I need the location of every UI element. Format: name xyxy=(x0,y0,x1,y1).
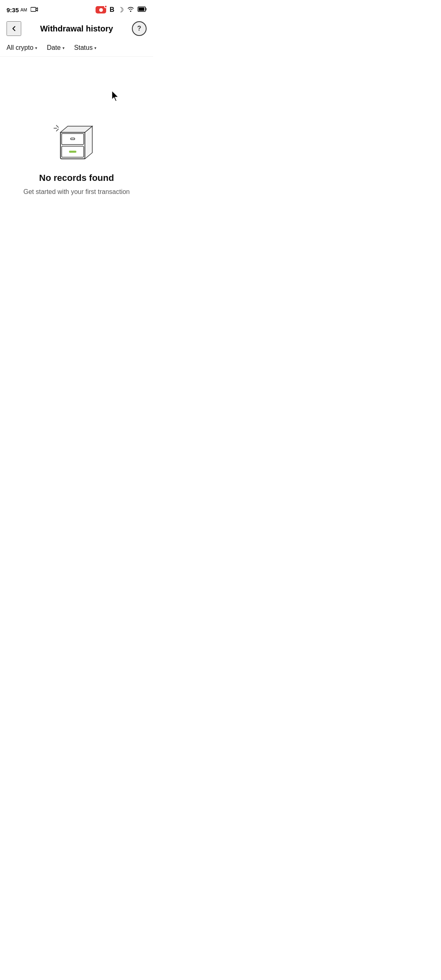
back-button[interactable] xyxy=(7,21,21,36)
wifi-icon xyxy=(127,6,134,13)
nav-header: Withdrawal history ? xyxy=(0,18,153,39)
chevron-down-icon: ▾ xyxy=(35,46,37,50)
filter-bar: All crypto ▾ Date ▾ Status ▾ xyxy=(0,39,153,57)
battery-icon xyxy=(138,6,147,13)
empty-subtitle: Get started with your first transaction xyxy=(23,187,130,196)
bluetooth-icon: B xyxy=(109,6,114,13)
empty-state: No records found Get started with your f… xyxy=(0,81,153,213)
svg-rect-0 xyxy=(31,7,36,11)
status-icons: B ☽ xyxy=(96,6,147,14)
record-icon xyxy=(96,6,106,13)
svg-rect-7 xyxy=(69,151,76,153)
chevron-down-icon: ▾ xyxy=(94,46,96,50)
chevron-down-icon: ▾ xyxy=(62,46,65,50)
filter-crypto-label: All crypto xyxy=(7,44,33,51)
filter-date-label: Date xyxy=(47,44,61,51)
filter-crypto[interactable]: All crypto ▾ xyxy=(7,44,37,51)
filter-date[interactable]: Date ▾ xyxy=(47,44,65,51)
empty-illustration xyxy=(48,114,105,163)
svg-rect-2 xyxy=(139,8,145,11)
filter-status-label: Status xyxy=(74,44,93,51)
status-bar: 9:35 AM B ☽ xyxy=(0,0,153,18)
time-display: 9:35 xyxy=(7,7,19,13)
empty-title: No records found xyxy=(39,173,114,183)
filter-status[interactable]: Status ▾ xyxy=(74,44,96,51)
svg-line-10 xyxy=(56,129,58,131)
camera-icon xyxy=(31,7,38,13)
svg-rect-5 xyxy=(71,138,75,140)
page-title: Withdrawal history xyxy=(21,24,132,33)
status-time: 9:35 AM xyxy=(7,7,38,13)
moon-icon: ☽ xyxy=(118,6,124,14)
svg-line-8 xyxy=(56,125,58,127)
ampm-display: AM xyxy=(20,7,27,12)
help-button[interactable]: ? xyxy=(132,21,147,36)
